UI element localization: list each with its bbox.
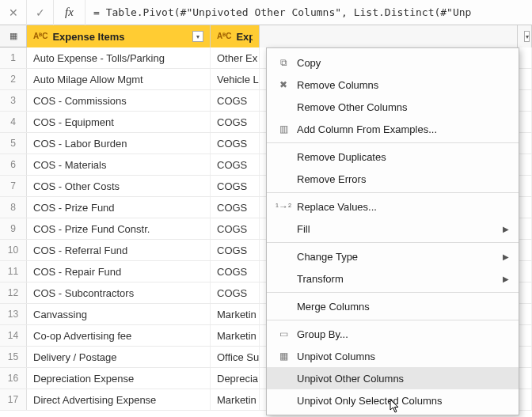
row-index[interactable]: 7 <box>0 176 27 196</box>
row-index[interactable]: 13 <box>0 304 27 324</box>
context-menu: ⧉Copy✖Remove ColumnsRemove Other Columns… <box>266 47 519 415</box>
row-index[interactable]: 6 <box>0 154 27 175</box>
cell[interactable]: Auto Milage Allow Mgmt <box>27 69 211 89</box>
menu-item[interactable]: Remove Errors <box>267 168 519 190</box>
cell[interactable]: Other Ex <box>211 47 260 68</box>
cell[interactable]: Marketin <box>211 304 260 324</box>
row-index[interactable]: 1 <box>0 47 27 68</box>
menu-item-icon <box>273 370 294 386</box>
cell[interactable]: COGS <box>211 90 260 111</box>
column-header-end[interactable]: ▾ <box>518 25 532 47</box>
menu-item[interactable]: Remove Duplicates <box>267 146 519 168</box>
menu-item[interactable]: Remove Other Columns <box>267 96 519 118</box>
row-index[interactable]: 3 <box>0 90 27 111</box>
menu-item-icon <box>273 221 294 237</box>
cell[interactable]: COS - Commissions <box>27 90 211 111</box>
cell[interactable]: Vehicle L <box>211 69 260 89</box>
cell[interactable]: COS - Referral Fund <box>27 240 211 260</box>
menu-item-label: Transform <box>297 273 503 285</box>
cell[interactable]: COGS <box>211 176 260 196</box>
cell[interactable]: Office Su <box>211 347 260 367</box>
cell[interactable]: Delivery / Postage <box>27 347 211 367</box>
menu-item-label: Remove Other Columns <box>297 101 509 113</box>
row-index[interactable]: 2 <box>0 69 27 89</box>
cell-end <box>518 304 532 324</box>
row-index[interactable]: 17 <box>0 389 27 410</box>
menu-item-icon <box>273 298 294 314</box>
menu-item[interactable]: Merge Columns <box>267 295 519 317</box>
menu-item[interactable]: ✖Remove Columns <box>267 74 519 96</box>
row-index[interactable]: 12 <box>0 282 27 303</box>
cell[interactable]: COS - Subcontractors <box>27 282 211 303</box>
menu-item-label: Copy <box>297 57 509 69</box>
row-index[interactable]: 9 <box>0 218 27 239</box>
formula-bar: ✕ ✓ fx = Table.Pivot(#"Unpivoted Other C… <box>0 0 532 25</box>
filter-dropdown-icon[interactable]: ▾ <box>192 31 203 42</box>
cell-end <box>518 69 532 89</box>
cell[interactable]: COS - Materials <box>27 154 211 175</box>
cell[interactable]: COGS <box>211 197 260 218</box>
column-label: Expense Items <box>52 31 188 43</box>
cell[interactable]: COS - Equipment <box>27 112 211 132</box>
menu-item[interactable]: Unpivot Other Columns <box>267 367 519 389</box>
menu-separator <box>267 142 519 143</box>
cell[interactable]: COGS <box>211 282 260 303</box>
row-index[interactable]: 8 <box>0 197 27 218</box>
cell-end <box>518 133 532 154</box>
menu-item[interactable]: ▭Group By... <box>267 323 519 345</box>
cell[interactable]: COGS <box>211 112 260 132</box>
menu-item[interactable]: Unpivot Only Selected Columns <box>267 389 519 411</box>
table-corner-button[interactable] <box>0 25 27 47</box>
cell[interactable]: Canvassing <box>27 304 211 324</box>
row-index[interactable]: 5 <box>0 133 27 154</box>
column-header-hidden[interactable] <box>260 25 518 47</box>
row-index[interactable]: 10 <box>0 240 27 260</box>
menu-item-label: Unpivot Other Columns <box>297 373 509 385</box>
menu-item[interactable]: ¹→²Replace Values... <box>267 195 519 218</box>
cell[interactable]: COS - Repair Fund <box>27 261 211 282</box>
menu-item[interactable]: ⧉Copy <box>267 51 519 74</box>
cell-end <box>518 240 532 260</box>
cell[interactable]: COGS <box>211 218 260 239</box>
column-header-expense-truncated[interactable]: AᴮC Expe <box>211 25 260 47</box>
cell[interactable]: COGS <box>211 133 260 154</box>
menu-item[interactable]: Change Type▶ <box>267 245 519 267</box>
row-index[interactable]: 14 <box>0 325 27 346</box>
formula-input[interactable]: = Table.Pivot(#"Unpivoted Other Columns"… <box>86 6 532 18</box>
cell[interactable]: Direct Advertising Expense <box>27 389 211 410</box>
cell[interactable]: COGS <box>211 240 260 260</box>
menu-item-icon <box>273 149 294 165</box>
cell[interactable]: Auto Expense - Tolls/Parking <box>27 47 211 68</box>
formula-accept-button[interactable]: ✓ <box>27 0 54 25</box>
formula-cancel-button[interactable]: ✕ <box>0 0 27 25</box>
row-index[interactable]: 16 <box>0 368 27 389</box>
submenu-arrow-icon: ▶ <box>503 252 509 261</box>
cell[interactable]: Marketin <box>211 325 260 346</box>
row-index[interactable]: 15 <box>0 347 27 367</box>
cell[interactable]: COS - Prize Fund <box>27 197 211 218</box>
filter-dropdown-icon[interactable]: ▾ <box>524 31 530 42</box>
cell[interactable]: COS - Other Costs <box>27 176 211 196</box>
menu-item-icon <box>273 248 294 264</box>
menu-item[interactable]: ▦Unpivot Columns <box>267 345 519 367</box>
menu-item-icon <box>273 99 294 115</box>
cell[interactable]: COS - Labor Burden <box>27 133 211 154</box>
column-header-expense-items[interactable]: AᴮC Expense Items ▾ <box>27 25 211 47</box>
menu-item-label: Merge Columns <box>297 301 509 313</box>
cell[interactable]: Marketin <box>211 389 260 410</box>
menu-item[interactable]: Fill▶ <box>267 218 519 240</box>
row-index[interactable]: 11 <box>0 261 27 282</box>
cell-end <box>518 368 532 389</box>
row-index[interactable]: 4 <box>0 112 27 132</box>
cell[interactable]: COGS <box>211 154 260 175</box>
fx-button[interactable]: fx <box>54 0 86 25</box>
menu-item[interactable]: Transform▶ <box>267 267 519 290</box>
cell[interactable]: Depreciation Expense <box>27 368 211 389</box>
menu-item-label: Unpivot Only Selected Columns <box>297 395 509 407</box>
cell[interactable]: Deprecia <box>211 368 260 389</box>
menu-item-label: Remove Errors <box>297 173 509 185</box>
cell[interactable]: Co-op Advertising fee <box>27 325 211 346</box>
cell[interactable]: COGS <box>211 261 260 282</box>
menu-item[interactable]: ▥Add Column From Examples... <box>267 118 519 140</box>
cell[interactable]: COS - Prize Fund Constr. <box>27 218 211 239</box>
